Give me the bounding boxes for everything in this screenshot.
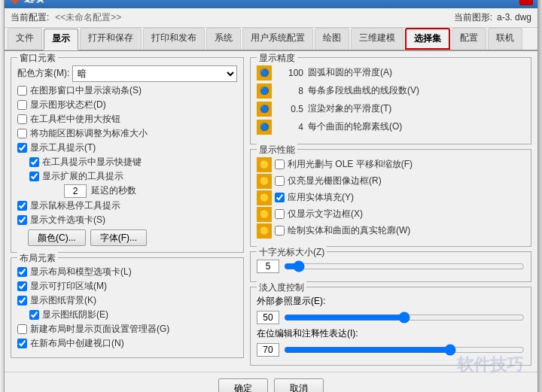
cb7-checkbox[interactable] — [29, 172, 39, 181]
crosshair-slider[interactable] — [284, 260, 525, 272]
display-precision-title: 显示精度 — [257, 52, 297, 65]
inplace-slider-row — [257, 343, 525, 357]
pc3-checkbox[interactable] — [275, 193, 285, 202]
cb9-label: 显示文件选项卡(S) — [30, 214, 105, 226]
delay-input[interactable] — [64, 184, 87, 198]
tab-file[interactable]: 文件 — [8, 28, 42, 50]
prec-row-3: 🔵 4 每个曲面的轮廓素线(O) — [257, 120, 525, 135]
cb9-row: 显示文件选项卡(S) — [17, 214, 237, 226]
color-scheme-select[interactable]: 暗 — [72, 65, 237, 82]
cb10-row: 显示布局和模型选项卡(L) — [17, 266, 237, 278]
crosshair-content — [257, 260, 525, 273]
window-elements-content: 配色方案(M): 暗 在图形窗口中显示滚动条(S) 显示图形状态栏(D) — [17, 65, 237, 246]
cb10-checkbox[interactable] — [17, 267, 27, 277]
perf-icon-2: 🟡 — [257, 174, 272, 189]
display-precision-group: 显示精度 🔵 100 圆弧和圆的平滑度(A) 🔵 8 每条多段线曲线的线段数(V… — [250, 57, 531, 144]
cb6-row: 在工具提示中显示快捷键 — [29, 156, 237, 169]
tab-display[interactable]: 显示 — [44, 29, 78, 50]
cb10-label: 显示布局和模型选项卡(L) — [30, 266, 132, 278]
delay-row: 延迟的秒数 — [17, 184, 237, 198]
tab-print-publish[interactable]: 打印和发布 — [143, 28, 205, 50]
cb13-row: 显示图纸阴影(E) — [29, 308, 237, 321]
cb12-checkbox[interactable] — [17, 296, 27, 305]
cb8-label: 显示鼠标悬停工具提示 — [30, 199, 120, 212]
layout-elements-content: 显示布局和模型选项卡(L) 显示可打印区域(M) 显示图纸背景(K) — [17, 266, 237, 350]
cb3-checkbox[interactable] — [17, 114, 27, 124]
cb6-checkbox[interactable] — [29, 157, 39, 167]
cb6-label: 在工具提示中显示快捷键 — [42, 156, 142, 169]
cb11-label: 显示可打印区域(M) — [30, 280, 107, 293]
cb15-label: 在新布局中创建视口(N) — [30, 337, 124, 350]
close-button[interactable]: ✕ — [519, 0, 533, 5]
cb15-checkbox[interactable] — [17, 339, 27, 348]
layout-elements-title: 布局元素 — [17, 252, 58, 265]
pc1-checkbox[interactable] — [275, 160, 285, 169]
tabs-bar: 文件 显示 打开和保存 打印和发布 系统 用户系统配置 绘图 三维建模 选择集 … — [5, 28, 537, 51]
color-font-buttons: 颜色(C)... 字体(F)... — [28, 229, 237, 246]
cb14-row: 新建布局时显示页面设置管理器(G) — [17, 323, 237, 336]
color-button[interactable]: 颜色(C)... — [28, 229, 86, 246]
tab-online[interactable]: 联机 — [488, 28, 522, 50]
tab-system[interactable]: 系统 — [206, 28, 241, 50]
title-buttons: ✕ — [519, 0, 533, 5]
prec-num-1: 8 — [276, 86, 303, 96]
display-precision-content: 🔵 100 圆弧和圆的平滑度(A) 🔵 8 每条多段线曲线的线段数(V) 🔵 0… — [257, 65, 525, 135]
cb11-row: 显示可打印区域(M) — [17, 280, 237, 293]
delay-label: 延迟的秒数 — [91, 184, 136, 197]
current-config-value: <<未命名配置>> — [55, 11, 121, 24]
cb11-checkbox[interactable] — [17, 281, 27, 291]
inplace-slider[interactable] — [284, 344, 525, 356]
fade-content: 外部参照显示(E): 在位编辑和注释性表达(I): — [257, 295, 525, 357]
prec-num-3: 4 — [276, 122, 303, 132]
cb13-label: 显示图纸阴影(E) — [42, 308, 108, 321]
pc4-checkbox[interactable] — [275, 209, 285, 219]
config-bar: 当前配置: <<未命名配置>> 当前图形: a-3. dwg — [5, 8, 537, 28]
tab-config[interactable]: 配置 — [452, 28, 486, 50]
cb5-checkbox[interactable] — [17, 143, 27, 153]
tab-open-save[interactable]: 打开和保存 — [80, 28, 142, 50]
external-ref-slider[interactable] — [284, 311, 525, 324]
perf-icon-3: 🟡 — [257, 190, 272, 205]
window-elements-group: 窗口元素 配色方案(M): 暗 在图形窗口中显示滚动条(S) — [11, 57, 244, 253]
cb3-row: 在工具栏中使用大按钮 — [17, 113, 237, 126]
cb2-checkbox[interactable] — [17, 100, 27, 110]
app-icon — [9, 0, 21, 5]
cancel-button[interactable]: 取消 — [274, 378, 324, 393]
prec-icon-2: 🔵 — [257, 102, 272, 117]
prec-row-2: 🔵 0.5 渲染对象的平滑度(T) — [257, 102, 525, 117]
prec-label-1: 每条多段线曲线的线段数(V) — [308, 84, 419, 97]
cb8-checkbox[interactable] — [17, 201, 27, 211]
window-title: 选项 — [24, 0, 44, 5]
ok-button[interactable]: 确定 — [218, 378, 268, 393]
tab-3d-modeling[interactable]: 三维建模 — [351, 28, 403, 50]
cb1-checkbox[interactable] — [17, 86, 27, 96]
cb4-checkbox[interactable] — [17, 129, 27, 138]
crosshair-group: 十字光标大小(Z) — [250, 251, 531, 282]
crosshair-value-input[interactable] — [257, 260, 279, 273]
external-ref-value-input[interactable] — [257, 311, 279, 324]
pc1-label: 利用光删与 OLE 平移和缩放(F) — [288, 158, 413, 171]
cb12-row: 显示图纸背景(K) — [17, 294, 237, 307]
left-panel: 窗口元素 配色方案(M): 暗 在图形窗口中显示滚动条(S) — [11, 57, 244, 366]
cb14-checkbox[interactable] — [17, 324, 27, 334]
current-drawing-value: a-3. dwg — [497, 12, 531, 23]
options-dialog: 选项 ✕ 当前配置: <<未命名配置>> 当前图形: a-3. dwg 文件 显… — [4, 0, 538, 392]
tab-selection[interactable]: 选择集 — [405, 28, 450, 50]
display-performance-group: 显示性能 🟡 利用光删与 OLE 平移和缩放(F) 🟡 仅亮显光栅图像边框(R) — [250, 149, 531, 247]
cb13-checkbox[interactable] — [29, 310, 39, 320]
cb9-checkbox[interactable] — [17, 215, 27, 225]
perf-icon-5: 🟡 — [257, 223, 272, 239]
tab-user-config[interactable]: 用户系统配置 — [242, 28, 313, 50]
font-button[interactable]: 字体(F)... — [90, 229, 147, 246]
pc3-label: 应用实体填充(Y) — [288, 191, 354, 204]
tab-drawing[interactable]: 绘图 — [315, 28, 349, 50]
color-scheme-label: 配色方案(M): — [17, 67, 69, 80]
pc5-checkbox[interactable] — [275, 226, 285, 236]
layout-elements-group: 布局元素 显示布局和模型选项卡(L) 显示可打印区域(M) 显示图纸背景( — [11, 257, 244, 358]
pc2-checkbox[interactable] — [275, 176, 285, 186]
prec-label-3: 每个曲面的轮廓素线(O) — [308, 120, 402, 133]
inplace-label: 在位编辑和注释性表达(I): — [257, 328, 358, 339]
prec-row-0: 🔵 100 圆弧和圆的平滑度(A) — [257, 65, 525, 81]
inplace-value-input[interactable] — [257, 343, 279, 357]
cb7-row: 显示扩展的工具提示 — [29, 170, 237, 183]
